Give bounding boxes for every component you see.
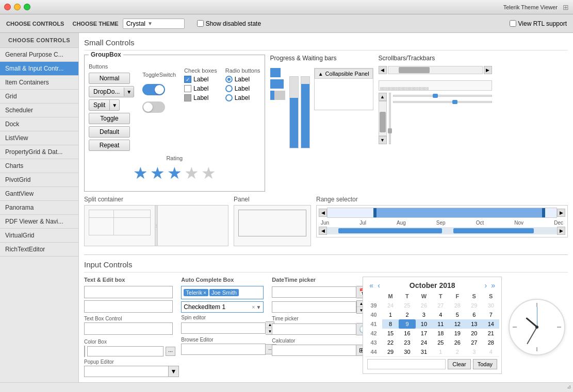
cal-day[interactable]: 24 <box>382 301 399 310</box>
star-5[interactable]: ★ <box>201 163 216 183</box>
cal-day[interactable]: 6 <box>466 310 482 319</box>
tag-close-icon[interactable]: × <box>203 290 206 296</box>
sidebar-item-general[interactable]: General Purpose C... <box>0 48 78 62</box>
trackbar-thumb[interactable] <box>388 128 392 133</box>
close-button[interactable] <box>4 4 11 10</box>
cal-day[interactable]: 2 <box>399 310 415 319</box>
calendar-date-input[interactable]: 09-Oct-18 10:36:59 <box>367 359 446 369</box>
star-2[interactable]: ★ <box>150 163 165 183</box>
cal-day[interactable]: 28 <box>449 301 466 310</box>
scroll-up-button[interactable]: ▲ <box>379 93 387 101</box>
tag-telerik[interactable]: Telerik × <box>184 289 208 296</box>
star-3[interactable]: ★ <box>167 163 182 183</box>
text-box-control-input[interactable]: TextBoxControl <box>84 322 173 335</box>
sidebar-item-scheduler[interactable]: Scheduler <box>0 104 78 117</box>
cal-day[interactable]: 4 <box>432 310 449 319</box>
masked-edit-input[interactable]: Masked Edit Box <box>84 300 173 313</box>
show-disabled-checkbox[interactable] <box>197 20 204 27</box>
cal-day[interactable]: 25 <box>432 338 449 347</box>
trackbar-thumb-h-2[interactable] <box>452 100 457 104</box>
split-button[interactable]: Split ▼ <box>89 99 120 111</box>
range-bottom-prev[interactable]: ◀ <box>319 227 327 235</box>
cal-day[interactable]: 9 <box>399 319 415 329</box>
range-handle-left[interactable] <box>373 208 376 217</box>
normal-button[interactable]: Normal <box>89 73 130 84</box>
radio-control-3[interactable] <box>225 94 233 101</box>
cal-prev-prev-button[interactable]: « <box>367 281 375 289</box>
cal-day[interactable]: 27 <box>432 301 449 310</box>
minimize-button[interactable] <box>14 4 21 10</box>
scrollbar-thumb-h[interactable] <box>399 67 430 73</box>
toggle-switch-off[interactable] <box>142 101 165 113</box>
star-rating[interactable]: ★ ★ ★ ★ ★ <box>93 163 256 183</box>
show-disabled-checkbox-label[interactable]: Show disabled state <box>197 20 261 27</box>
cal-day[interactable]: 23 <box>399 338 415 347</box>
repeat-button[interactable]: Repeat <box>89 140 130 151</box>
checkbox-control-2[interactable] <box>184 85 191 92</box>
calculator-input[interactable]: 0 <box>272 345 356 356</box>
cal-day[interactable]: 3 <box>416 310 432 319</box>
scrollbar-track-h[interactable] <box>388 66 483 74</box>
sidebar-item-panorama[interactable]: Panorama <box>0 201 78 215</box>
scrollbar-track-v[interactable] <box>379 101 387 136</box>
cal-day[interactable]: 27 <box>466 338 482 347</box>
clear-icon[interactable]: × <box>252 304 255 310</box>
cal-day[interactable]: 3 <box>466 347 482 356</box>
cal-day[interactable]: 26 <box>449 338 466 347</box>
calendar-clear-button[interactable]: Clear <box>448 359 470 369</box>
cal-day[interactable]: 29 <box>382 347 399 356</box>
cal-day[interactable]: 5 <box>449 310 466 319</box>
cal-day[interactable]: 2 <box>449 347 466 356</box>
cal-day[interactable]: 16 <box>399 329 415 338</box>
cal-day[interactable]: 28 <box>483 338 499 347</box>
sidebar-item-grid[interactable]: Grid <box>0 90 78 104</box>
cal-day[interactable]: 29 <box>466 301 482 310</box>
star-4[interactable]: ★ <box>184 163 199 183</box>
radio-control-1[interactable] <box>225 76 233 83</box>
range-track-top[interactable] <box>327 208 557 218</box>
cal-day[interactable]: 21 <box>483 329 499 338</box>
cal-day[interactable]: 1 <box>382 310 399 319</box>
collapsible-header[interactable]: ▲ Collapsible Panel <box>315 69 373 79</box>
cal-prev-button[interactable]: ‹ <box>375 281 382 289</box>
auto-complete-field[interactable]: Telerik × Joe Smith <box>181 286 264 299</box>
browse-input[interactable]: (none) <box>181 344 266 355</box>
datetime-input-2[interactable]: 07-Jan-12 <box>272 301 356 313</box>
sidebar-item-virtualgrid[interactable]: VirtualGrid <box>0 229 78 243</box>
sidebar-item-richtexteditor[interactable]: RichTextEditor <box>0 243 78 257</box>
trackbar-thumb-h-1[interactable] <box>433 94 438 98</box>
calendar-today-button[interactable]: Today <box>473 359 497 369</box>
view-rtl-checkbox-label[interactable]: View RTL support <box>510 20 567 27</box>
cal-day[interactable]: 25 <box>399 301 415 310</box>
trackbar-h-1[interactable] <box>393 95 492 97</box>
sidebar-item-small-input[interactable]: Small & Input Contr... <box>0 62 78 76</box>
theme-dropdown[interactable]: Crystal ▼ <box>123 19 185 29</box>
trackbar-h-2[interactable] <box>393 101 492 103</box>
color-swatch[interactable] <box>84 346 85 357</box>
cal-next-next-button[interactable]: » <box>489 281 497 289</box>
time-input[interactable]: 10:51 <box>272 323 356 335</box>
sidebar-item-pivotgrid[interactable]: PivotGrid <box>0 173 78 187</box>
color-ellipsis-button[interactable]: ··· <box>166 347 175 356</box>
sidebar-item-pdf-viewer[interactable]: PDF Viewer & Navi... <box>0 215 78 229</box>
sidebar-item-dock[interactable]: Dock <box>0 117 78 131</box>
range-handle-right[interactable] <box>542 208 545 217</box>
datetime-input-1[interactable]: 07-Jan-12 <box>272 286 356 298</box>
range-next-button[interactable]: ▶ <box>557 209 565 217</box>
sidebar-item-listview[interactable]: ListView <box>0 131 78 145</box>
scroll-left-button[interactable]: ◀ <box>379 66 387 74</box>
range-selector[interactable]: ◀ ▶ Jun Jul Aug Sep Oct <box>316 205 568 237</box>
cal-day[interactable]: 15 <box>382 329 399 338</box>
checked-item-dropdown[interactable]: CheckedItem 1 × ▼ <box>181 301 264 313</box>
color-value-input[interactable]: 185, 41, 41 <box>87 346 163 356</box>
cal-day[interactable]: 4 <box>483 347 499 356</box>
sidebar-item-item-containers[interactable]: Item Containers <box>0 76 78 90</box>
cal-day[interactable]: 30 <box>399 347 415 356</box>
checkbox-control-1[interactable] <box>184 76 191 83</box>
cal-day[interactable]: 18 <box>432 329 449 338</box>
trackbar-track[interactable] <box>389 93 391 144</box>
cal-day[interactable]: 13 <box>466 319 482 329</box>
cal-day[interactable]: 22 <box>382 338 399 347</box>
cal-day[interactable]: 10 <box>416 319 432 329</box>
checkbox-control-3[interactable] <box>184 94 191 101</box>
